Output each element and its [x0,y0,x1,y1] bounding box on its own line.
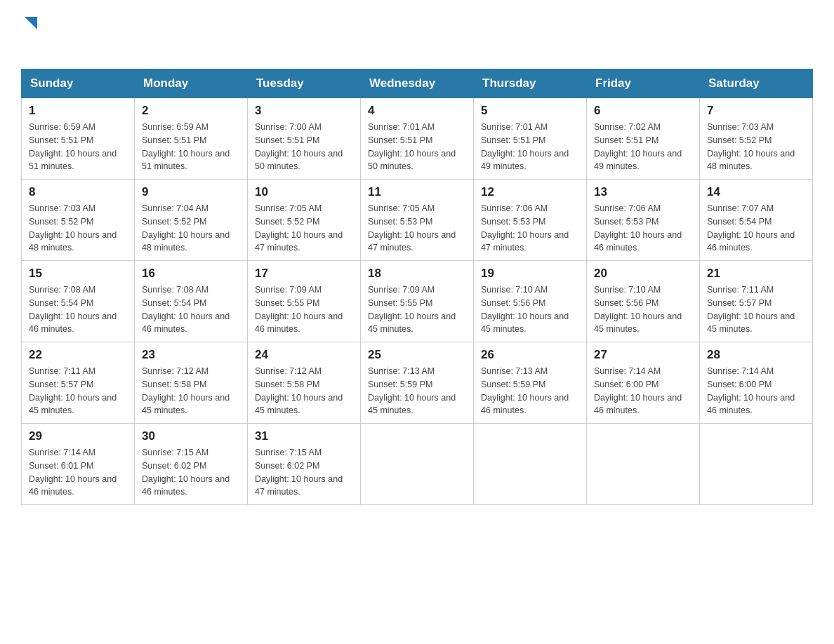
calendar-cell: 21 Sunrise: 7:11 AMSunset: 5:57 PMDaylig… [700,261,813,342]
calendar-week-5: 29 Sunrise: 7:14 AMSunset: 6:01 PMDaylig… [22,424,813,505]
day-number: 2 [142,104,240,118]
calendar-cell: 1 Sunrise: 6:59 AMSunset: 5:51 PMDayligh… [22,98,135,180]
calendar-cell: 10 Sunrise: 7:05 AMSunset: 5:52 PMDaylig… [248,180,361,261]
day-info: Sunrise: 7:10 AMSunset: 5:56 PMDaylight:… [481,283,579,336]
day-info: Sunrise: 7:02 AMSunset: 5:51 PMDaylight:… [594,121,692,173]
calendar-cell: 25 Sunrise: 7:13 AMSunset: 5:59 PMDaylig… [361,342,474,424]
weekday-header-tuesday: Tuesday [248,69,361,98]
logo-triangle-icon [23,15,39,34]
calendar-cell: 12 Sunrise: 7:06 AMSunset: 5:53 PMDaylig… [474,180,587,261]
day-number: 13 [594,185,692,199]
logo [21,14,39,55]
day-number: 1 [29,104,127,118]
day-info: Sunrise: 7:06 AMSunset: 5:53 PMDaylight:… [594,202,692,255]
day-number: 22 [29,348,127,362]
calendar-cell: 16 Sunrise: 7:08 AMSunset: 5:54 PMDaylig… [135,261,248,342]
calendar-cell: 17 Sunrise: 7:09 AMSunset: 5:55 PMDaylig… [248,261,361,342]
day-info: Sunrise: 7:00 AMSunset: 5:51 PMDaylight:… [255,121,353,173]
day-number: 26 [481,348,579,362]
calendar-cell: 31 Sunrise: 7:15 AMSunset: 6:02 PMDaylig… [248,424,361,505]
day-info: Sunrise: 7:08 AMSunset: 5:54 PMDaylight:… [29,283,127,336]
day-info: Sunrise: 7:09 AMSunset: 5:55 PMDaylight:… [368,283,466,336]
calendar-cell: 11 Sunrise: 7:05 AMSunset: 5:53 PMDaylig… [361,180,474,261]
svg-marker-0 [25,17,37,29]
day-info: Sunrise: 7:08 AMSunset: 5:54 PMDaylight:… [142,283,240,336]
day-number: 16 [142,267,240,281]
day-number: 30 [142,429,240,443]
weekday-header-monday: Monday [135,69,248,98]
day-info: Sunrise: 7:04 AMSunset: 5:52 PMDaylight:… [142,202,240,255]
day-info: Sunrise: 7:14 AMSunset: 6:00 PMDaylight:… [707,365,805,417]
calendar-week-4: 22 Sunrise: 7:11 AMSunset: 5:57 PMDaylig… [22,342,813,424]
calendar-cell: 5 Sunrise: 7:01 AMSunset: 5:51 PMDayligh… [474,98,587,180]
day-info: Sunrise: 7:03 AMSunset: 5:52 PMDaylight:… [707,121,805,173]
day-number: 20 [594,267,692,281]
day-info: Sunrise: 7:05 AMSunset: 5:53 PMDaylight:… [368,202,466,255]
day-info: Sunrise: 7:13 AMSunset: 5:59 PMDaylight:… [481,365,579,417]
weekday-header-friday: Friday [587,69,700,98]
day-info: Sunrise: 7:03 AMSunset: 5:52 PMDaylight:… [29,202,127,255]
day-number: 31 [255,429,353,443]
calendar-cell: 23 Sunrise: 7:12 AMSunset: 5:58 PMDaylig… [135,342,248,424]
calendar-cell: 19 Sunrise: 7:10 AMSunset: 5:56 PMDaylig… [474,261,587,342]
weekday-header-wednesday: Wednesday [361,69,474,98]
weekday-header-thursday: Thursday [474,69,587,98]
day-info: Sunrise: 7:14 AMSunset: 6:01 PMDaylight:… [29,446,127,499]
day-number: 18 [368,267,466,281]
calendar-cell: 29 Sunrise: 7:14 AMSunset: 6:01 PMDaylig… [22,424,135,505]
calendar-cell: 2 Sunrise: 6:59 AMSunset: 5:51 PMDayligh… [135,98,248,180]
day-number: 6 [594,104,692,118]
day-number: 19 [481,267,579,281]
day-info: Sunrise: 7:11 AMSunset: 5:57 PMDaylight:… [29,365,127,417]
day-info: Sunrise: 7:15 AMSunset: 6:02 PMDaylight:… [255,446,353,499]
day-number: 5 [481,104,579,118]
day-info: Sunrise: 6:59 AMSunset: 5:51 PMDaylight:… [29,121,127,173]
day-info: Sunrise: 7:07 AMSunset: 5:54 PMDaylight:… [707,202,805,255]
day-info: Sunrise: 7:10 AMSunset: 5:56 PMDaylight:… [594,283,692,336]
calendar-cell [700,424,813,505]
day-number: 28 [707,348,805,362]
calendar-cell: 7 Sunrise: 7:03 AMSunset: 5:52 PMDayligh… [700,98,813,180]
day-info: Sunrise: 7:15 AMSunset: 6:02 PMDaylight:… [142,446,240,499]
calendar-cell: 18 Sunrise: 7:09 AMSunset: 5:55 PMDaylig… [361,261,474,342]
calendar-cell: 27 Sunrise: 7:14 AMSunset: 6:00 PMDaylig… [587,342,700,424]
calendar-cell: 6 Sunrise: 7:02 AMSunset: 5:51 PMDayligh… [587,98,700,180]
day-info: Sunrise: 7:14 AMSunset: 6:00 PMDaylight:… [594,365,692,417]
weekday-header-row: SundayMondayTuesdayWednesdayThursdayFrid… [22,69,813,98]
day-number: 9 [142,185,240,199]
calendar-cell: 9 Sunrise: 7:04 AMSunset: 5:52 PMDayligh… [135,180,248,261]
day-number: 8 [29,185,127,199]
calendar-cell: 13 Sunrise: 7:06 AMSunset: 5:53 PMDaylig… [587,180,700,261]
calendar-cell: 3 Sunrise: 7:00 AMSunset: 5:51 PMDayligh… [248,98,361,180]
day-info: Sunrise: 7:01 AMSunset: 5:51 PMDaylight:… [368,121,466,173]
day-number: 12 [481,185,579,199]
calendar-cell: 14 Sunrise: 7:07 AMSunset: 5:54 PMDaylig… [700,180,813,261]
calendar-cell: 24 Sunrise: 7:12 AMSunset: 5:58 PMDaylig… [248,342,361,424]
day-info: Sunrise: 7:06 AMSunset: 5:53 PMDaylight:… [481,202,579,255]
day-number: 21 [707,267,805,281]
calendar-cell: 28 Sunrise: 7:14 AMSunset: 6:00 PMDaylig… [700,342,813,424]
calendar-cell [361,424,474,505]
day-info: Sunrise: 7:11 AMSunset: 5:57 PMDaylight:… [707,283,805,336]
day-number: 14 [707,185,805,199]
day-number: 27 [594,348,692,362]
day-number: 3 [255,104,353,118]
day-info: Sunrise: 6:59 AMSunset: 5:51 PMDaylight:… [142,121,240,173]
day-number: 23 [142,348,240,362]
calendar-cell: 26 Sunrise: 7:13 AMSunset: 5:59 PMDaylig… [474,342,587,424]
weekday-header-saturday: Saturday [700,69,813,98]
calendar-week-3: 15 Sunrise: 7:08 AMSunset: 5:54 PMDaylig… [22,261,813,342]
day-info: Sunrise: 7:01 AMSunset: 5:51 PMDaylight:… [481,121,579,173]
calendar-cell: 15 Sunrise: 7:08 AMSunset: 5:54 PMDaylig… [22,261,135,342]
calendar-cell: 22 Sunrise: 7:11 AMSunset: 5:57 PMDaylig… [22,342,135,424]
day-info: Sunrise: 7:12 AMSunset: 5:58 PMDaylight:… [142,365,240,417]
day-number: 17 [255,267,353,281]
day-number: 10 [255,185,353,199]
calendar-cell [474,424,587,505]
day-info: Sunrise: 7:05 AMSunset: 5:52 PMDaylight:… [255,202,353,255]
day-number: 11 [368,185,466,199]
day-number: 24 [255,348,353,362]
calendar-cell: 4 Sunrise: 7:01 AMSunset: 5:51 PMDayligh… [361,98,474,180]
day-number: 4 [368,104,466,118]
calendar-week-1: 1 Sunrise: 6:59 AMSunset: 5:51 PMDayligh… [22,98,813,180]
